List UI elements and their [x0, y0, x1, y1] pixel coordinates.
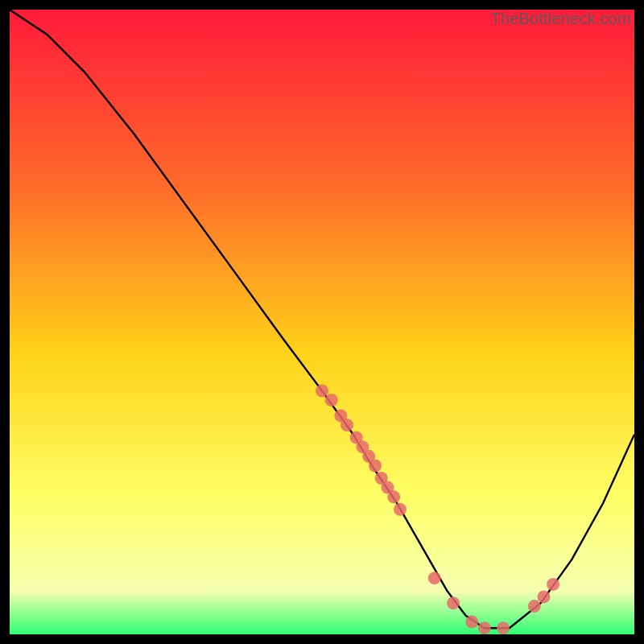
chart-frame: TheBottleneck.com [10, 10, 634, 634]
marker-point [316, 384, 328, 397]
bottleneck-chart [10, 10, 634, 634]
marker-point [465, 616, 478, 629]
marker-point [547, 578, 559, 591]
marker-point [325, 394, 338, 407]
marker-point [528, 600, 541, 613]
marker-point [369, 460, 382, 473]
marker-point [341, 419, 353, 431]
gradient-background [10, 10, 634, 634]
watermark-text: TheBottleneck.com [490, 10, 631, 28]
marker-point [497, 621, 510, 634]
marker-point [394, 503, 407, 516]
marker-point [447, 597, 460, 609]
marker-point [478, 621, 491, 634]
marker-point [428, 572, 441, 584]
marker-point [538, 590, 551, 603]
marker-point [387, 490, 400, 503]
